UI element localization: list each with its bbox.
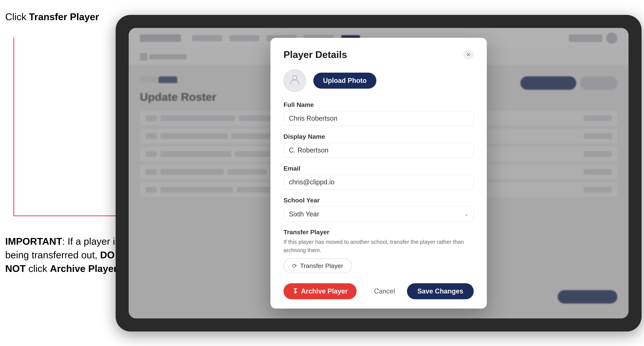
player-details-modal: Player Details × Upload P <box>270 38 487 309</box>
photo-upload-row: Upload Photo <box>284 69 474 92</box>
save-changes-button[interactable]: Save Changes <box>407 283 474 299</box>
display-name-label: Display Name <box>284 133 474 140</box>
transfer-player-button-label: Transfer Player <box>300 262 343 269</box>
school-year-group: School Year First Year Second Year Third… <box>284 197 474 221</box>
full-name-input[interactable] <box>284 111 474 126</box>
archive-player-button[interactable]: ↧ Archive Player <box>284 283 356 299</box>
annotation-vertical-line <box>14 37 14 216</box>
transfer-player-description: If this player has moved to another scho… <box>284 238 474 254</box>
school-year-label: School Year <box>284 197 474 204</box>
tablet-screen: Update Roster <box>129 28 628 319</box>
transfer-player-button[interactable]: ⟳ Transfer Player <box>284 258 352 273</box>
modal-overlay: Player Details × Upload P <box>129 28 628 319</box>
avatar-circle <box>284 69 306 92</box>
modal-header: Player Details × <box>284 49 474 60</box>
display-name-input[interactable] <box>284 143 474 158</box>
upload-photo-button[interactable]: Upload Photo <box>313 73 376 89</box>
transfer-player-heading: Transfer Player <box>284 228 474 236</box>
school-year-select[interactable]: First Year Second Year Third Year Fourth… <box>284 206 474 221</box>
cancel-button[interactable]: Cancel <box>368 283 402 299</box>
transfer-icon: ⟳ <box>292 262 297 269</box>
full-name-group: Full Name <box>284 101 474 126</box>
transfer-player-section: Transfer Player If this player has moved… <box>284 228 474 273</box>
display-name-group: Display Name <box>284 133 474 158</box>
bottom-instruction: IMPORTANT: If a player is being transfer… <box>5 235 121 275</box>
school-year-select-wrapper: First Year Second Year Third Year Fourth… <box>284 206 474 221</box>
svg-point-0 <box>292 76 297 80</box>
user-icon <box>289 74 300 88</box>
modal-close-button[interactable]: × <box>463 49 474 60</box>
full-name-label: Full Name <box>284 101 474 108</box>
top-instruction: Click Transfer Player <box>5 11 99 22</box>
email-label: Email <box>284 165 474 172</box>
archive-player-label: Archive Player <box>301 287 348 295</box>
email-group: Email <box>284 165 474 189</box>
email-input[interactable] <box>284 175 474 189</box>
tablet-device: Update Roster <box>116 15 642 332</box>
modal-title: Player Details <box>284 49 347 60</box>
archive-icon: ↧ <box>292 287 298 295</box>
modal-footer: ↧ Archive Player Cancel Save Changes <box>284 281 474 299</box>
